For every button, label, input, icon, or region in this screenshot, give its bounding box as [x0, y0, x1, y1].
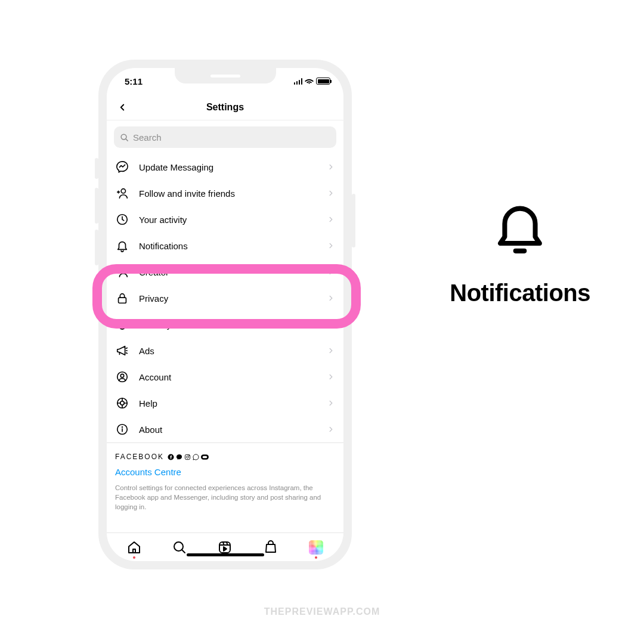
- lock-icon: [115, 291, 129, 305]
- chevron-right-icon: [327, 425, 335, 434]
- accounts-centre-link[interactable]: Accounts Centre: [115, 467, 335, 477]
- back-button[interactable]: [114, 99, 131, 116]
- reels-icon: [218, 540, 232, 555]
- battery-icon: [316, 78, 330, 85]
- notification-dot: [315, 556, 317, 559]
- svg-point-24: [189, 455, 190, 456]
- whatsapp-small-icon: [193, 454, 199, 460]
- chevron-right-icon: [327, 320, 335, 329]
- svg-point-6: [121, 268, 125, 272]
- status-time: 5:11: [125, 76, 143, 86]
- settings-item-label: Notifications: [139, 241, 317, 251]
- oculus-small-icon: [201, 454, 209, 460]
- settings-item-about[interactable]: About: [107, 416, 343, 442]
- settings-item-notifications[interactable]: Notifications: [107, 233, 343, 259]
- accounts-centre-description: Control settings for connected experienc…: [115, 483, 335, 512]
- shop-icon: [264, 540, 278, 555]
- settings-content: Search Update Messaging Follow and invit…: [107, 120, 343, 532]
- settings-item-label: Security: [139, 320, 317, 330]
- phone-side-button: [95, 188, 98, 224]
- settings-item-label: Help: [139, 398, 317, 408]
- activity-icon: [115, 212, 129, 227]
- signal-icon: [294, 78, 303, 85]
- settings-item-label: About: [139, 425, 317, 435]
- accounts-centre-section: FACEBOOK Accounts Centre Control setting…: [107, 442, 343, 518]
- status-indicators: [294, 78, 331, 85]
- megaphone-icon: [115, 343, 129, 358]
- page-title: Settings: [206, 102, 244, 113]
- settings-item-your-activity[interactable]: Your activity: [107, 206, 343, 233]
- settings-item-account[interactable]: Account: [107, 364, 343, 390]
- chevron-right-icon: [327, 399, 335, 407]
- tab-home[interactable]: [126, 539, 143, 556]
- messenger-small-icon: [176, 454, 182, 460]
- settings-item-label: Ads: [139, 346, 317, 356]
- instagram-small-icon: [184, 454, 191, 460]
- svg-line-1: [126, 139, 128, 141]
- nav-header: Settings: [107, 94, 343, 120]
- callout: Notifications: [450, 200, 590, 306]
- chevron-right-icon: [327, 268, 335, 276]
- home-icon: [127, 540, 141, 555]
- settings-item-label: Follow and invite friends: [139, 188, 317, 199]
- phone-side-button: [95, 158, 98, 179]
- settings-item-ads[interactable]: Ads: [107, 338, 343, 364]
- chevron-right-icon: [327, 215, 335, 224]
- settings-item-label: Creator: [139, 267, 317, 277]
- svg-line-28: [182, 550, 185, 553]
- chevron-right-icon: [327, 373, 335, 381]
- settings-item-follow-invite[interactable]: Follow and invite friends: [107, 180, 343, 206]
- info-icon: [115, 422, 129, 436]
- settings-item-update-messaging[interactable]: Update Messaging: [107, 154, 343, 180]
- settings-item-label: Account: [139, 372, 317, 382]
- bell-icon: [115, 239, 129, 253]
- help-icon: [115, 396, 129, 410]
- watermark: THEPREVIEWAPP.COM: [264, 606, 380, 617]
- settings-item-privacy[interactable]: Privacy: [107, 285, 343, 311]
- search-input[interactable]: Search: [114, 126, 336, 148]
- tab-shop[interactable]: [262, 539, 279, 556]
- search-placeholder: Search: [133, 132, 162, 143]
- phone-side-button: [95, 230, 98, 265]
- svg-rect-9: [119, 298, 126, 303]
- facebook-icon: [168, 454, 174, 460]
- settings-item-security[interactable]: Security: [107, 311, 343, 338]
- settings-item-creator[interactable]: Creator: [107, 259, 343, 285]
- tab-search[interactable]: [171, 539, 188, 556]
- phone-screen: 5:11 Settings Search: [107, 68, 343, 561]
- account-icon: [115, 370, 129, 384]
- tab-bar: [107, 532, 343, 561]
- facebook-brand-row: FACEBOOK: [115, 453, 335, 461]
- phone-frame: 5:11 Settings Search: [98, 60, 352, 569]
- svg-point-11: [120, 374, 124, 377]
- chevron-right-icon: [327, 189, 335, 197]
- profile-avatar: [309, 540, 323, 555]
- chevron-right-icon: [327, 294, 335, 302]
- chevron-right-icon: [327, 242, 335, 250]
- chevron-left-icon: [117, 102, 128, 113]
- bell-icon: [493, 200, 547, 256]
- tab-profile[interactable]: [308, 539, 324, 556]
- chevron-right-icon: [327, 163, 335, 171]
- notification-dot: [133, 556, 135, 559]
- settings-item-label: Privacy: [139, 293, 317, 304]
- svg-point-13: [120, 401, 124, 405]
- home-indicator: [187, 553, 264, 556]
- settings-item-label: Update Messaging: [139, 162, 317, 172]
- phone-side-button: [352, 194, 355, 247]
- phone-notch: [175, 68, 276, 83]
- settings-item-label: Your activity: [139, 215, 317, 225]
- svg-rect-26: [203, 456, 207, 458]
- svg-point-23: [187, 456, 189, 458]
- search-icon: [120, 133, 129, 142]
- settings-item-help[interactable]: Help: [107, 390, 343, 416]
- messenger-icon: [115, 160, 129, 174]
- svg-point-2: [121, 189, 125, 193]
- shield-icon: [115, 317, 129, 332]
- facebook-brand: FACEBOOK: [115, 453, 164, 461]
- callout-title: Notifications: [450, 280, 590, 306]
- chevron-right-icon: [327, 346, 335, 355]
- add-user-icon: [115, 186, 129, 200]
- svg-point-20: [122, 427, 123, 428]
- search-icon: [172, 540, 187, 555]
